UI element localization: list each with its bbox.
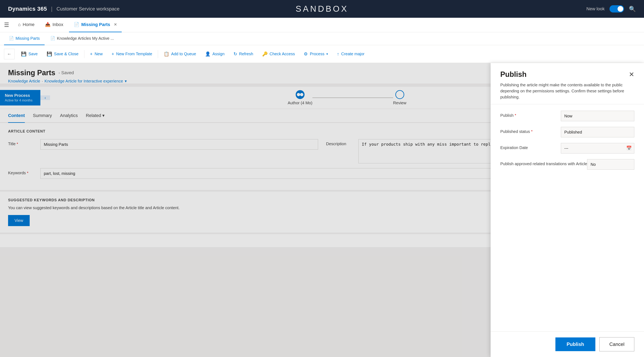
workspace-label: Customer Service workspace	[56, 6, 120, 12]
toggle-knob	[618, 6, 623, 12]
tab-home-label: Home	[22, 22, 34, 27]
search-icon[interactable]: 🔍	[629, 6, 636, 12]
tab-home[interactable]: ⌂ Home	[13, 18, 39, 32]
assign-icon: 👤	[205, 51, 210, 57]
sec-tab-knowledge-label: Knowledge Articles My Active ...	[57, 36, 114, 41]
dim-overlay	[0, 63, 490, 357]
save-close-button[interactable]: 💾 Save & Close	[42, 48, 82, 60]
check-access-button[interactable]: 🔑 Check Access	[258, 48, 299, 60]
translations-row: Publish approved related translations wi…	[500, 159, 634, 170]
create-major-button[interactable]: ↑ Create major	[333, 48, 368, 60]
process-icon: ⚙	[304, 51, 308, 57]
queue-icon: 📋	[164, 51, 169, 57]
tab-missing-parts[interactable]: 📄 Missing Parts ✕	[69, 18, 122, 32]
cmd-sep-2	[158, 50, 158, 58]
new-look-label: New look	[586, 6, 605, 11]
new-template-icon: +	[112, 51, 114, 57]
back-button[interactable]: ←	[4, 49, 14, 59]
main-content-area: Missing Parts - Saved Knowledge Article …	[0, 63, 644, 357]
translations-field[interactable]: No	[587, 159, 634, 170]
translations-label: Publish approved related translations wi…	[500, 159, 587, 166]
panel-body: Publish * Now Published status * Publish…	[490, 104, 644, 331]
new-from-template-button[interactable]: + New From Template	[108, 48, 156, 60]
sec-knowledge-icon: 📄	[50, 36, 55, 41]
tab-inbox[interactable]: 📥 Inbox	[40, 18, 68, 32]
create-major-icon: ↑	[337, 51, 339, 57]
tab-close-icon[interactable]: ✕	[114, 22, 117, 27]
article-icon: 📄	[74, 22, 79, 27]
command-bar: ← 💾 Save 💾 Save & Close + New + New From…	[0, 45, 644, 63]
inbox-icon: 📥	[45, 22, 50, 27]
home-icon: ⌂	[18, 22, 20, 27]
check-access-icon: 🔑	[262, 51, 268, 57]
published-status-required: *	[531, 129, 532, 134]
process-button[interactable]: ⚙ Process ▾	[300, 48, 332, 60]
panel-description: Publishing the article might make the co…	[500, 82, 634, 100]
expiration-date-field[interactable]: --- 📅	[561, 143, 634, 153]
publish-required: *	[515, 113, 516, 118]
new-icon: +	[90, 51, 93, 57]
brand-logo: Dynamics 365	[8, 6, 47, 12]
publish-button[interactable]: Publish	[556, 338, 596, 351]
published-status-field[interactable]: Published	[561, 127, 634, 137]
nav-separator: |	[51, 6, 52, 12]
save-close-icon: 💾	[46, 51, 52, 57]
add-to-queue-button[interactable]: 📋 Add to Queue	[160, 48, 200, 60]
top-nav-bar: Dynamics 365 | Customer Service workspac…	[0, 0, 644, 18]
panel-title: Publish	[500, 70, 526, 79]
panel-header: Publish ✕ Publishing the article might m…	[490, 63, 644, 104]
panel-close-button[interactable]: ✕	[629, 71, 634, 78]
sec-tab-knowledge-articles[interactable]: 📄 Knowledge Articles My Active ...	[46, 32, 119, 45]
published-status-label: Published status *	[500, 127, 561, 134]
tab-bar: ☰ ⌂ Home 📥 Inbox 📄 Missing Parts ✕	[0, 18, 644, 32]
sec-tab-missing-parts[interactable]: 📄 Missing Parts	[4, 32, 44, 45]
published-status-row: Published status * Published	[500, 127, 634, 137]
secondary-tab-bar: 📄 Missing Parts 📄 Knowledge Articles My …	[0, 32, 644, 45]
sec-article-icon: 📄	[9, 36, 14, 41]
tab-missing-parts-label: Missing Parts	[81, 22, 110, 27]
cancel-button[interactable]: Cancel	[600, 337, 634, 351]
tab-inbox-label: Inbox	[52, 22, 63, 27]
save-button[interactable]: 💾 Save	[17, 48, 42, 60]
expiration-date-row: Expiration Date --- 📅	[500, 143, 634, 153]
calendar-icon: 📅	[626, 146, 632, 151]
hamburger-icon[interactable]: ☰	[4, 21, 9, 28]
expiration-date-label: Expiration Date	[500, 143, 561, 150]
close-icon: ✕	[629, 71, 634, 78]
process-chevron-icon: ▾	[326, 52, 328, 56]
save-icon: 💾	[21, 51, 26, 57]
publish-row: Publish * Now	[500, 111, 634, 121]
publish-panel: Publish ✕ Publishing the article might m…	[490, 63, 644, 357]
publish-field[interactable]: Now	[561, 111, 634, 121]
assign-button[interactable]: 👤 Assign	[201, 48, 229, 60]
refresh-button[interactable]: ↻ Refresh	[230, 48, 257, 60]
publish-label: Publish *	[500, 111, 561, 118]
sec-tab-missing-parts-label: Missing Parts	[16, 36, 40, 41]
new-look-toggle[interactable]	[610, 5, 624, 12]
refresh-icon: ↻	[234, 51, 237, 57]
sandbox-label: SANDBOX	[296, 4, 348, 14]
panel-footer: Publish Cancel	[490, 331, 644, 357]
new-button[interactable]: + New	[86, 48, 107, 60]
